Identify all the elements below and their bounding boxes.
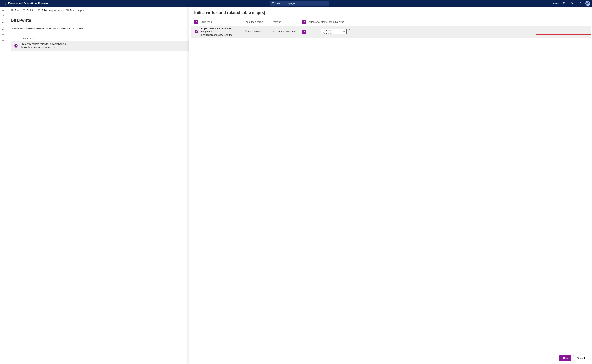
row-map-sub: (bookableresourcecategories) [201,33,243,37]
table-mappings-label: Table mappi [70,9,84,12]
svg-rect-32 [274,31,275,32]
table-mappings-button[interactable]: Table mappi [66,9,84,12]
hamburger-icon[interactable] [1,8,5,12]
lock-icon [273,30,275,33]
row-map-name: Project resource roles for all companies [201,27,243,33]
search-placeholder: Search for a page [276,2,295,5]
environment-value: operations-tsahal2-230619.crm.dynamics.c… [26,27,86,30]
company-code[interactable]: USPM [552,2,559,5]
svg-point-1 [4,2,4,3]
status-checkmark-icon [14,44,18,47]
svg-point-5 [5,3,6,4]
home-icon[interactable] [1,14,5,18]
sort-ascending-icon: ↑ [33,37,34,40]
environment-label: Environment: [11,27,25,30]
table-map-version-button[interactable]: 123 Table map version [38,9,62,12]
col-header-version[interactable]: Version [273,20,303,23]
col-header-master[interactable]: Master for initial sync [321,20,349,23]
svg-point-3 [3,3,3,4]
initial-sync-header-checkbox[interactable] [303,20,306,24]
modules-icon[interactable] [1,39,5,43]
col-header-initial-sync[interactable]: Initial sync [308,20,320,23]
row-status-icon [195,30,198,33]
delete-button[interactable]: Delete [23,9,34,12]
svg-text:123: 123 [38,10,40,11]
col-header-table-map[interactable]: Table map [201,20,245,23]
svg-point-8 [5,4,6,5]
user-avatar[interactable]: AD [585,1,590,6]
recent-icon[interactable] [1,27,5,31]
svg-point-11 [572,3,572,4]
favorites-icon[interactable] [1,20,5,24]
help-icon[interactable] [577,0,583,6]
svg-point-2 [5,2,6,3]
row-subtitle: (bookableresourcecategories) [20,46,66,49]
master-selected-value: Microsoft Dataverse [323,29,343,34]
run-button[interactable]: Run [11,9,20,12]
initial-sync-row-checkbox[interactable] [303,30,306,33]
col-header-status[interactable]: Table map status [245,20,273,23]
row-status-text: Not running [248,30,261,33]
left-rail [0,6,6,364]
svg-point-7 [4,4,4,5]
app-launcher-icon[interactable] [1,0,7,6]
select-all-checkbox[interactable] [194,20,198,24]
row-title: Project resource roles for all companies [20,42,66,46]
settings-icon[interactable] [569,0,575,6]
table-row[interactable]: Project resource roles for all companies… [191,26,591,38]
close-button[interactable] [583,10,587,15]
svg-point-12 [580,4,580,4]
svg-point-0 [3,2,3,3]
row-version-text: 1.0.0.1 - Microsoft [276,30,296,33]
search-input[interactable]: Search for a page [270,1,329,6]
svg-point-9 [272,2,274,4]
svg-rect-27 [66,9,68,11]
panel-run-button[interactable]: Run [559,355,572,361]
notifications-icon[interactable] [561,0,567,6]
refresh-icon [245,30,247,33]
panel-cancel-button[interactable]: Cancel [573,355,588,361]
required-indicator: * [349,29,350,32]
workspaces-icon[interactable] [1,33,5,37]
delete-label: Delete [27,9,34,12]
svg-line-10 [274,4,275,5]
svg-rect-17 [2,34,4,36]
svg-point-4 [4,3,4,4]
table-map-column-header[interactable]: Table map ↑ [20,37,34,40]
top-navigation-bar: Finance and Operations Preview Search fo… [0,0,592,6]
table-map-version-label: Table map version [41,9,62,12]
svg-point-6 [3,4,3,5]
app-title: Finance and Operations Preview [8,2,48,5]
master-select[interactable]: Microsoft Dataverse [321,29,347,34]
side-panel: Initial writes and related table map(s) … [189,6,592,364]
run-label: Run [15,9,20,12]
panel-title: Initial writes and related table map(s) [194,10,265,15]
avatar-initials: AD [586,2,589,5]
